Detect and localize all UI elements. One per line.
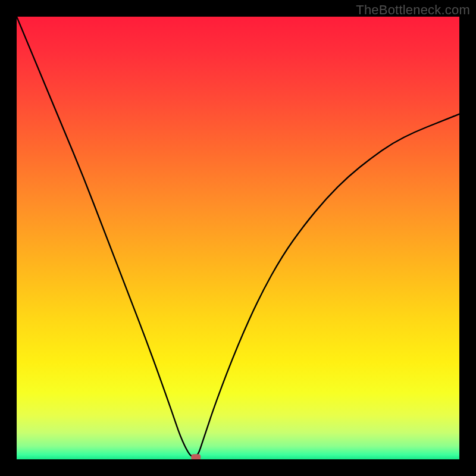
chart-frame bbox=[17, 17, 459, 459]
bottleneck-chart bbox=[17, 17, 459, 459]
plot-background bbox=[17, 17, 459, 459]
watermark-text: TheBottleneck.com bbox=[356, 2, 470, 18]
optimal-marker bbox=[191, 454, 201, 459]
